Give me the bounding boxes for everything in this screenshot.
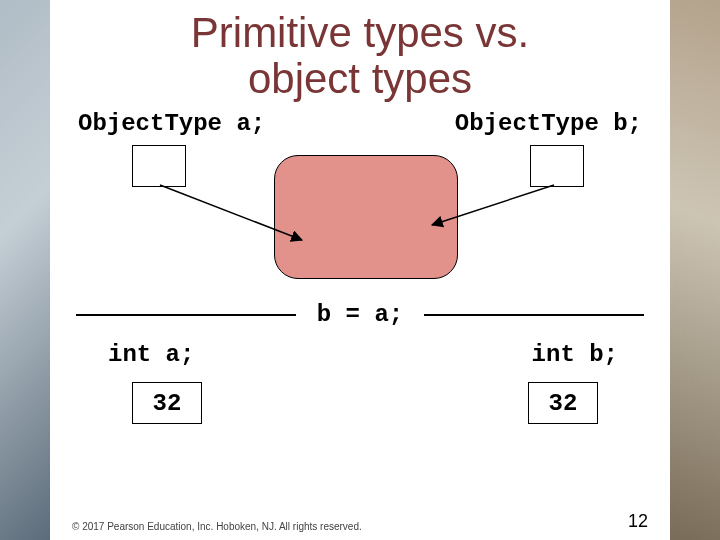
int-a-value: 32 [153,390,182,417]
decl-object-b: ObjectType b; [455,110,642,137]
decl-int-a: int a; [108,341,194,368]
arrows-svg [72,145,648,295]
int-a-value-box: 32 [132,382,202,424]
int-b-value: 32 [549,390,578,417]
arrow-b-to-object [432,185,554,225]
slide-title: Primitive types vs. object types [72,10,648,102]
divider-line-right [424,314,644,316]
arrow-a-to-object [160,185,302,240]
title-line-2: object types [248,55,472,102]
decl-int-b: int b; [532,341,618,368]
page-number: 12 [628,511,648,532]
bg-photo-left [0,0,50,540]
int-b-value-box: 32 [528,382,598,424]
int-values-row: 32 32 [72,382,648,424]
object-declarations-row: ObjectType a; ObjectType b; [72,110,648,137]
decl-object-a: ObjectType a; [78,110,265,137]
int-declarations-row: int a; int b; [72,341,648,368]
reference-diagram [72,145,648,295]
title-line-1: Primitive types vs. [191,9,529,56]
slide: Primitive types vs. object types ObjectT… [50,0,670,540]
bg-photo-right [670,0,720,540]
slide-footer: © 2017 Pearson Education, Inc. Hoboken, … [72,511,648,532]
assignment-divider: b = a; [72,301,648,329]
copyright-text: © 2017 Pearson Education, Inc. Hoboken, … [72,521,362,532]
